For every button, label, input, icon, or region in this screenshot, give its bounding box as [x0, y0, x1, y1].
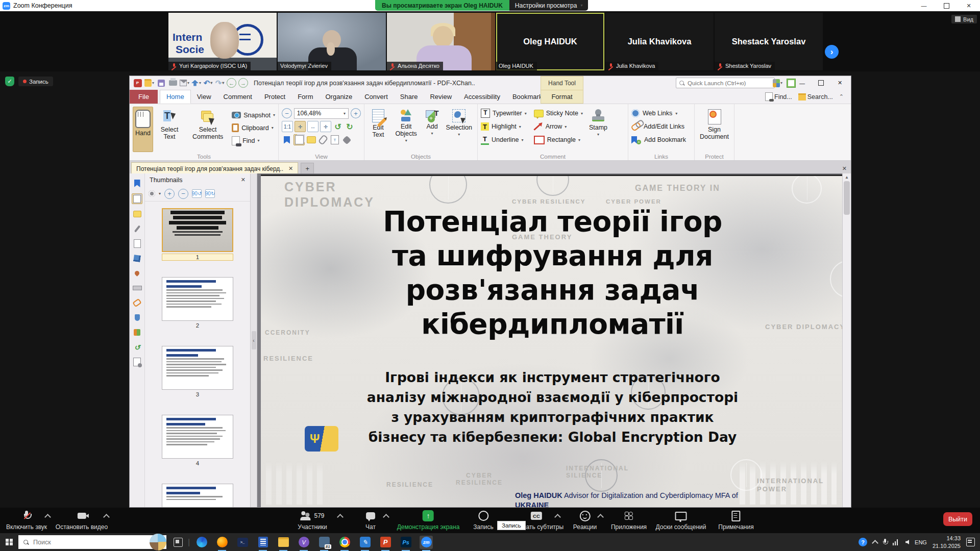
add-edit-links-button[interactable]: Add/Edit Links	[631, 120, 691, 133]
bookmarks-pane-icon[interactable]	[282, 135, 292, 145]
language-indicator[interactable]: ENG	[915, 539, 927, 545]
properties-pane-icon[interactable]	[341, 135, 352, 145]
tab-organize[interactable]: Organize	[319, 90, 358, 104]
find-tool-button[interactable]: Find▾	[232, 134, 275, 147]
video-tile-oleg[interactable]: Oleg HAIDUK Oleg HAIDUK	[496, 13, 604, 70]
fit-visible-icon[interactable]: ✛	[320, 121, 331, 132]
redo-icon[interactable]: ↷▾	[215, 78, 225, 88]
apps-button[interactable]: Приложения	[611, 510, 647, 531]
panel-splitter[interactable]: ‹	[251, 173, 257, 507]
tab-view[interactable]: View	[191, 90, 217, 104]
ui-theme-icon[interactable]: ▾	[773, 78, 782, 88]
powershell-icon[interactable]: >_	[236, 536, 249, 549]
nav-back-icon[interactable]: ←	[227, 78, 236, 88]
thumbnails-options-icon[interactable]	[149, 190, 155, 197]
sign-document-button[interactable]: Sign Document	[698, 107, 731, 141]
firefox-icon[interactable]	[215, 536, 229, 549]
clock[interactable]: 14:33 21.10.2025	[933, 535, 961, 549]
video-tile-volodymyr[interactable]: Volodymyr Zvieriev	[278, 13, 386, 70]
chat-options-chevron[interactable]	[383, 514, 389, 520]
task-view-icon[interactable]	[174, 538, 183, 547]
fit-page-icon[interactable]: ✛	[295, 121, 306, 132]
pdf-maximize-button[interactable]	[812, 76, 830, 90]
select-text-button[interactable]: T Select Text	[155, 107, 184, 152]
tray-mic-icon[interactable]	[883, 539, 887, 545]
widgets-icon[interactable]	[150, 534, 166, 550]
file-explorer-icon[interactable]	[277, 536, 290, 549]
page-thumbnail-5[interactable]	[162, 484, 233, 507]
reactions-options-chevron[interactable]	[597, 514, 604, 520]
typewriter-button[interactable]: TTypewriter▾	[481, 107, 527, 120]
undo-icon[interactable]: ↶▾	[203, 78, 213, 88]
rotate-ccw-90-icon[interactable]: 90↺	[192, 189, 202, 198]
scrollbar-thumb[interactable]	[844, 181, 850, 215]
video-tile-julia[interactable]: Julia Khavikova Julia Khavikova	[605, 13, 714, 70]
maximize-button[interactable]	[935, 0, 958, 11]
unmute-button[interactable]: Включить звук	[6, 510, 47, 531]
editor-pen-icon[interactable]: ✎	[358, 536, 372, 549]
measurement-pane-icon[interactable]	[132, 283, 142, 293]
zoom-app-taskbar-icon[interactable]: zm	[420, 536, 433, 549]
notification-center-icon[interactable]	[966, 538, 975, 546]
snapshot-button[interactable]: Snapshot▾	[232, 109, 275, 121]
upload-icon[interactable]: ▾	[191, 78, 201, 88]
taskbar-search[interactable]	[18, 535, 166, 549]
rotate-cw-icon[interactable]: ↻	[345, 122, 355, 132]
photoshop-icon[interactable]: Ps	[399, 536, 412, 549]
tab-file[interactable]: File	[130, 90, 158, 104]
hand-tool-button[interactable]: Hand	[133, 107, 153, 152]
edit-text-button[interactable]: Edit Text	[368, 107, 389, 152]
tab-format[interactable]: Format	[541, 90, 583, 104]
close-document-icon[interactable]: ✕	[288, 165, 293, 172]
view-options-button[interactable]: Настройки просмотра ▾	[509, 0, 589, 11]
scroll-up-icon[interactable]: ▲	[843, 175, 851, 180]
pdf-minimize-button[interactable]: —	[793, 76, 812, 90]
comments-pane-icon[interactable]	[306, 135, 316, 145]
properties-pane-icon[interactable]	[132, 357, 142, 367]
chrome-icon[interactable]	[338, 536, 351, 549]
add-button[interactable]: T+ Add▾	[424, 107, 441, 152]
stop-video-button[interactable]: Остановить видео	[56, 510, 108, 531]
page-thumbnail-3[interactable]	[162, 346, 233, 390]
tab-protect[interactable]: Protect	[258, 90, 291, 104]
tab-accessibility[interactable]: Accessibility	[458, 90, 506, 104]
record-button[interactable]: Запись	[473, 510, 493, 531]
tab-comment[interactable]: Comment	[217, 90, 258, 104]
zoom-level-select[interactable]: 106,48%▾	[294, 108, 349, 119]
page-thumbnail-1[interactable]	[162, 208, 233, 252]
fit-width-icon[interactable]: ↔	[307, 121, 318, 132]
new-tab-button[interactable]: +	[301, 163, 314, 174]
next-participants-button[interactable]: ›	[825, 45, 839, 59]
rectangle-button[interactable]: Rectangle▾	[534, 133, 583, 146]
actual-size-icon[interactable]: 1:1	[282, 121, 293, 132]
organize-pane-icon[interactable]	[132, 328, 142, 337]
page-thumbnail-2[interactable]	[162, 277, 233, 321]
underline-button[interactable]: TUnderline▾	[481, 133, 527, 146]
destinations-pane-icon[interactable]	[132, 268, 142, 278]
print-icon[interactable]	[168, 78, 178, 88]
participants-button[interactable]: 579 Участники	[298, 510, 327, 531]
share-screen-button[interactable]: ↑ Демонстрация экрана	[397, 510, 460, 531]
links-pane-icon[interactable]	[132, 298, 142, 308]
tab-share[interactable]: Share	[394, 90, 424, 104]
thumbnails-close-icon[interactable]: ✕	[241, 177, 246, 183]
add-bookmark-button[interactable]: +Add Bookmark	[631, 133, 691, 146]
tab-review[interactable]: Review	[424, 90, 458, 104]
thumbnails-pane-icon[interactable]	[132, 193, 142, 204]
encryption-shield-icon[interactable]: ✓	[5, 77, 14, 86]
open-icon[interactable]: ▾	[144, 78, 154, 88]
save-icon[interactable]	[156, 78, 166, 88]
app-81-icon[interactable]: 81	[317, 536, 331, 549]
reactions-button[interactable]: Реакции	[573, 510, 597, 531]
page-thumbnail-4[interactable]	[162, 415, 233, 459]
ribbon-collapse-icon[interactable]: ⌃	[839, 93, 844, 100]
content-pane-icon[interactable]	[132, 239, 142, 248]
view-mode-button[interactable]: Вид	[951, 15, 977, 23]
viber-icon[interactable]: V	[297, 536, 310, 549]
thumbnails-pane-icon[interactable]	[293, 134, 305, 145]
rotate-ccw-icon[interactable]: ↺	[333, 122, 343, 132]
arrow-button[interactable]: Arrow▾	[534, 120, 583, 133]
nav-forward-icon[interactable]: →	[238, 78, 248, 88]
thumbnails-zoom-out-icon[interactable]: −	[178, 189, 188, 199]
video-tile-alona[interactable]: Альона Десятко	[387, 13, 495, 70]
